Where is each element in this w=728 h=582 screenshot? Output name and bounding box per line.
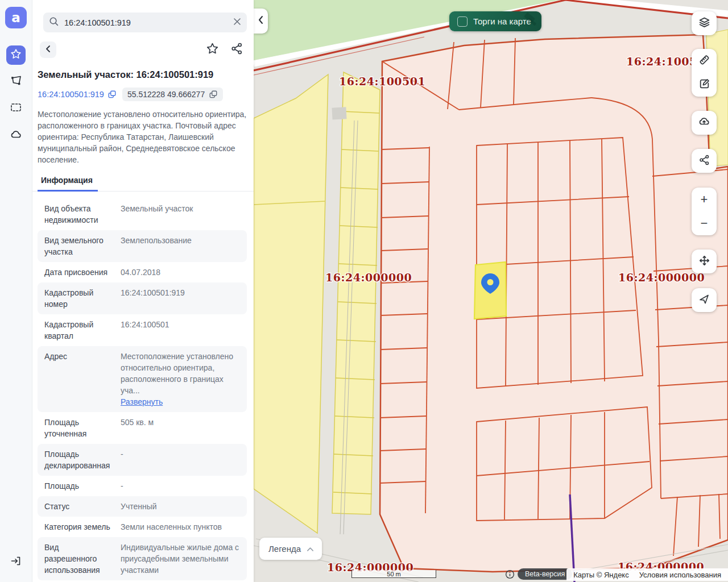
building-footprint (332, 107, 346, 119)
navigation-arrow-icon (698, 293, 710, 307)
map-attribution: Карты © Яндекс Условия использования (566, 568, 728, 581)
tab-bar: Информация (32, 175, 254, 192)
maps-copyright-link[interactable]: Карты © Яндекс (573, 571, 629, 579)
pan-button[interactable] (692, 250, 717, 273)
copy-icon[interactable] (209, 90, 218, 99)
plus-icon: + (701, 192, 708, 207)
terms-link[interactable]: Условия использования (639, 571, 721, 579)
cadastral-number: 16:24:100501:919 (38, 90, 104, 99)
yellow-quarter (254, 74, 328, 533)
chevron-up-icon (307, 544, 314, 554)
info-table: Вид объекта недвижимостиЗемельный участо… (38, 198, 247, 580)
row-label: Вид объекта недвижимости (44, 203, 113, 226)
polygon-tool-button[interactable] (6, 72, 26, 91)
app-logo[interactable]: a (5, 7, 27, 28)
cadastral-number-link[interactable]: 16:24:100501:919 (38, 90, 117, 99)
app-window: a (0, 0, 728, 582)
table-row: АдресМестоположение установлено относите… (38, 346, 247, 412)
row-value: 505 кв. м (121, 417, 240, 439)
copy-icon[interactable] (107, 90, 117, 99)
upload-button[interactable] (692, 111, 717, 135)
row-label: Дата присвоения (44, 267, 113, 278)
expand-link[interactable]: Развернуть (121, 397, 163, 406)
map-canvas[interactable]: 16:24:100501 16:24:10050 16:24:000000 16… (254, 0, 728, 582)
location-description: Местоположение установлено относительно … (38, 109, 248, 165)
pink-quarter (380, 35, 728, 572)
table-row: СтатусУчтенный (38, 496, 247, 517)
area-select-button[interactable] (6, 99, 26, 118)
tab-information[interactable]: Информация (38, 176, 98, 192)
scale-bar: 50 m (351, 570, 436, 578)
cloud-upload-icon (698, 115, 710, 130)
row-label: Адрес (44, 351, 113, 408)
beta-badge: Beta-версия (518, 568, 572, 580)
row-label: Площадь (44, 480, 113, 492)
share-icon (698, 154, 710, 168)
legend-button[interactable]: Легенда (259, 538, 322, 560)
cloud-button[interactable] (6, 126, 26, 146)
row-value: Индивидуальные жилые дома с приусадебным… (121, 542, 240, 576)
favorites-button[interactable] (6, 45, 26, 65)
coordinates-chip: 55.512228 49.666277 (122, 88, 223, 101)
chips-row: 16:24:100501:919 55.512228 49.666277 (38, 88, 248, 101)
info-icon[interactable] (505, 569, 515, 581)
quarter-label: 16:24:000000 (325, 271, 412, 284)
row-value: Местоположение установлено относительно … (121, 351, 240, 408)
row-value: - (121, 448, 240, 471)
exit-arrow-icon (10, 555, 22, 569)
row-value: Земельный участок (121, 203, 240, 226)
row-label: Кадастровый номер (44, 287, 113, 310)
map-tools: + − (692, 11, 717, 312)
row-value: Учтенный (121, 501, 240, 512)
favorite-star-button[interactable] (206, 42, 219, 57)
dashed-select-icon (10, 101, 22, 116)
coordinates: 55.512228 49.666277 (127, 90, 205, 99)
row-label: Площадь декларированная (44, 448, 113, 471)
collapse-panel-button[interactable] (254, 9, 268, 34)
star-icon (206, 42, 219, 57)
table-row: Категория земельЗемли населенных пунктов (38, 517, 247, 537)
edit-button[interactable] (692, 73, 717, 97)
ruler-button[interactable] (692, 49, 717, 73)
chevron-left-icon (44, 44, 53, 56)
table-row: Вид земельного участкаЗемлепользование (38, 230, 247, 262)
chevron-left-icon (258, 15, 264, 27)
layers-button[interactable] (692, 11, 717, 35)
table-row: Вид разрешенного использованияИндивидуал… (38, 537, 247, 580)
row-label: Площадь уточненная (44, 417, 113, 439)
zoom-out-button[interactable]: − (692, 211, 717, 235)
auctions-toggle[interactable]: Торги на карте (449, 11, 541, 31)
gavel-icon (514, 11, 540, 31)
login-button[interactable] (6, 552, 26, 572)
edit-icon (698, 78, 710, 92)
checkbox-icon (457, 16, 468, 27)
row-value: - (121, 480, 240, 492)
scale-label: 50 m (387, 571, 400, 577)
sidebar-rail: a (0, 0, 32, 582)
table-row: Кадастровый номер16:24:100501:919 (38, 282, 247, 314)
row-value: Земли населенных пунктов (121, 521, 240, 533)
search-input[interactable] (63, 18, 229, 28)
cloud-icon (10, 128, 22, 143)
row-value: 16:24:100501:919 (121, 287, 240, 310)
clear-search-icon[interactable] (233, 18, 241, 28)
row-label: Категория земель (44, 521, 113, 533)
polygon-icon (10, 74, 22, 89)
share-icon (230, 42, 243, 57)
share-button[interactable] (230, 42, 243, 57)
star-icon (10, 48, 22, 62)
info-panel: Земельный участок: 16:24:100501:919 16:2… (32, 0, 254, 582)
share-map-button[interactable] (692, 149, 717, 173)
row-value: Землепользование (121, 235, 240, 257)
page-title: Земельный участок: 16:24:100501:919 (38, 69, 248, 80)
table-row: Дата присвоения04.07.2018 (38, 262, 247, 282)
table-row: Вид объекта недвижимостиЗемельный участо… (38, 198, 247, 230)
back-button[interactable] (40, 41, 56, 58)
locate-button[interactable] (692, 288, 717, 312)
row-label: Вид земельного участка (44, 235, 113, 257)
zoom-in-button[interactable]: + (692, 188, 717, 211)
table-row: Площадь- (38, 476, 247, 496)
row-value: 04.07.2018 (121, 267, 240, 278)
minus-icon: − (701, 216, 708, 231)
row-label: Вид разрешенного использования (44, 542, 113, 576)
